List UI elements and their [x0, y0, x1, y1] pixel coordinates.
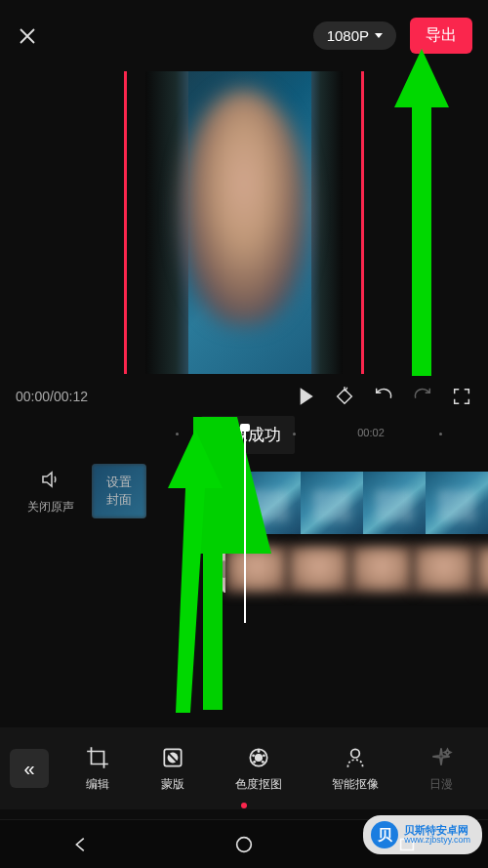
svg-point-10 — [237, 837, 252, 851]
resolution-label: 1080P — [327, 27, 369, 44]
header-bar: 1080P 导出 — [0, 0, 488, 71]
mask-icon — [160, 745, 185, 770]
overlay-thumbnail — [413, 546, 475, 593]
watermark-badge: 贝 贝斯特安卓网 www.zjbstyy.com — [363, 815, 482, 854]
fullscreen-button[interactable] — [451, 386, 472, 407]
chevron-down-icon — [375, 33, 383, 38]
sparkle-icon — [428, 745, 454, 770]
overlay-thumbnail — [350, 546, 413, 593]
svg-point-5 — [263, 754, 265, 757]
svg-point-3 — [256, 754, 263, 761]
crop-icon — [85, 745, 110, 770]
clip-thumbnail — [238, 472, 301, 534]
timeline-ruler[interactable]: 00:02 — [98, 427, 488, 446]
svg-point-8 — [252, 754, 255, 757]
preview-area — [0, 71, 488, 374]
clip-thumbnail — [363, 472, 426, 534]
export-button[interactable]: 导出 — [410, 18, 472, 54]
speaker-icon — [39, 468, 62, 495]
bottom-toolbar: « 编辑 蒙版 色度抠图 智能抠像 日漫 — [0, 727, 488, 809]
keyframe-button[interactable] — [334, 386, 355, 407]
nav-home-button[interactable] — [225, 826, 263, 863]
watermark-line2: www.zjbstyy.com — [404, 836, 470, 846]
chroma-icon — [246, 745, 271, 770]
svg-point-6 — [262, 760, 264, 763]
cover-label: 设置 封面 — [106, 474, 132, 509]
close-button[interactable] — [16, 24, 39, 48]
nav-back-button[interactable] — [62, 826, 100, 863]
clip-thumbnail — [426, 472, 488, 534]
collapse-toolbar-button[interactable]: « — [10, 749, 49, 788]
svg-point-7 — [253, 760, 256, 763]
preview-video — [145, 71, 343, 374]
main-video-track[interactable] — [238, 472, 488, 534]
tool-edit[interactable]: 编辑 — [85, 745, 110, 793]
undo-button[interactable] — [373, 386, 394, 407]
indicator-dot-icon — [241, 803, 247, 808]
tool-smart-cutout[interactable]: 智能抠像 — [332, 745, 379, 793]
redo-button[interactable] — [412, 386, 433, 407]
ruler-tick-label: 00:02 — [357, 427, 385, 438]
clip-thumbnail — [301, 472, 363, 534]
play-button[interactable] — [295, 386, 316, 407]
tool-mask[interactable]: 蒙版 — [160, 745, 185, 793]
watermark-logo-icon: 贝 — [371, 821, 398, 848]
overlay-thumbnail — [288, 546, 350, 593]
cover-thumbnail[interactable]: 设置 封面 — [92, 464, 146, 518]
mute-toggle[interactable]: 关闭原声 — [27, 468, 74, 516]
overlay-thumbnail — [225, 546, 288, 593]
tool-chroma-key[interactable]: 色度抠图 — [235, 745, 282, 793]
resolution-dropdown[interactable]: 1080P — [313, 21, 396, 50]
playback-controls: 00:00/00:12 — [0, 374, 488, 419]
tool-anime[interactable]: 日漫 — [428, 745, 454, 793]
mute-label: 关闭原声 — [27, 499, 74, 516]
svg-point-9 — [350, 749, 359, 758]
overlay-track[interactable] — [223, 546, 488, 593]
cutout-icon — [343, 745, 368, 770]
playhead[interactable] — [244, 428, 246, 623]
overlay-thumbnail — [475, 546, 488, 593]
preview-frame[interactable] — [145, 71, 343, 374]
svg-point-4 — [258, 750, 261, 753]
time-display: 00:00/00:12 — [16, 389, 88, 404]
